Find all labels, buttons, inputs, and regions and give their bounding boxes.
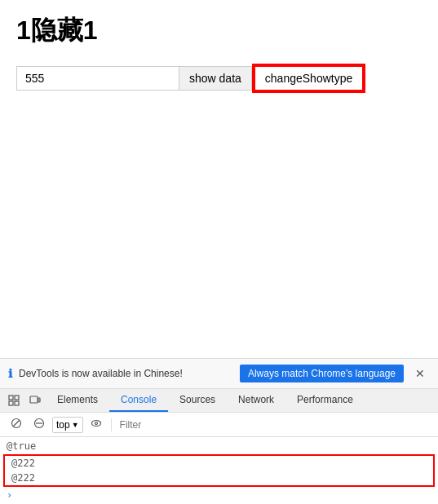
console-line-222-first: @222 bbox=[5, 456, 433, 471]
console-prompt-line[interactable]: › bbox=[0, 488, 438, 502]
devtools-tab-bar: Elements Console Sources Network Perform… bbox=[0, 389, 438, 413]
console-line-text: @222 bbox=[11, 472, 35, 484]
console-line-text: @222 bbox=[11, 458, 35, 469]
svg-line-7 bbox=[14, 421, 20, 427]
filter-input[interactable] bbox=[117, 418, 431, 432]
svg-point-11 bbox=[95, 422, 97, 425]
devtools-panel: ℹ DevTools is now available in Chinese! … bbox=[0, 358, 438, 504]
page-title: 1隐藏1 bbox=[16, 13, 422, 49]
tab-console[interactable]: Console bbox=[109, 389, 168, 412]
text-input[interactable] bbox=[16, 66, 179, 91]
svg-point-10 bbox=[91, 421, 100, 427]
input-row: show data changeShowtype bbox=[16, 65, 422, 91]
console-toolbar: top ▼ bbox=[0, 413, 438, 437]
tab-network[interactable]: Network bbox=[227, 389, 285, 412]
context-label: top bbox=[56, 419, 70, 431]
device-toolbar-button[interactable] bbox=[24, 391, 46, 409]
info-icon: ℹ bbox=[8, 367, 12, 380]
svg-rect-0 bbox=[9, 396, 13, 400]
page-content: 1隐藏1 show data changeShowtype bbox=[0, 0, 438, 318]
close-notification-button[interactable]: ✕ bbox=[410, 364, 430, 383]
dropdown-arrow: ▼ bbox=[72, 421, 79, 429]
inspect-icon-button[interactable] bbox=[3, 391, 24, 409]
console-line-222-second: @222 bbox=[5, 471, 433, 485]
notification-text: DevTools is now available in Chinese! bbox=[19, 368, 233, 379]
svg-rect-4 bbox=[30, 396, 38, 403]
ban-icon-button[interactable] bbox=[29, 415, 49, 434]
notification-bar: ℹ DevTools is now available in Chinese! … bbox=[0, 359, 438, 389]
tab-sources[interactable]: Sources bbox=[168, 389, 227, 412]
show-data-button[interactable]: show data bbox=[179, 66, 252, 91]
clear-console-button[interactable] bbox=[7, 415, 26, 434]
tab-performance[interactable]: Performance bbox=[285, 389, 365, 412]
svg-rect-3 bbox=[15, 401, 19, 405]
console-output: @true @222 @222 › bbox=[0, 437, 438, 504]
change-showtype-button[interactable]: changeShowtype bbox=[254, 65, 364, 91]
svg-rect-2 bbox=[9, 401, 13, 405]
console-line-true: @true bbox=[0, 439, 438, 453]
context-selector[interactable]: top ▼ bbox=[52, 417, 83, 433]
console-line-group-highlight: @222 @222 bbox=[3, 454, 435, 487]
svg-rect-5 bbox=[38, 398, 40, 402]
eye-icon-button[interactable] bbox=[86, 415, 106, 434]
svg-rect-1 bbox=[15, 396, 19, 400]
console-line-text: @true bbox=[7, 440, 36, 452]
tab-elements[interactable]: Elements bbox=[46, 389, 109, 412]
match-language-button[interactable]: Always match Chrome's language bbox=[240, 365, 404, 382]
prompt-arrow-icon: › bbox=[7, 489, 12, 501]
toolbar-divider bbox=[111, 418, 112, 431]
